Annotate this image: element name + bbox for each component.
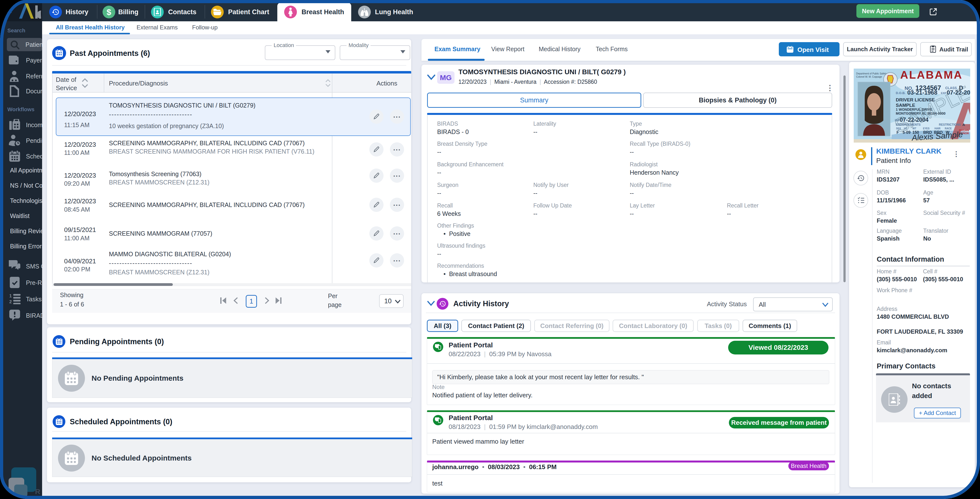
svg-text:03-21-1968: 03-21-1968 bbox=[907, 89, 937, 96]
svg-text:RESTRICTIONS: RESTRICTIONS bbox=[939, 123, 961, 126]
svg-text:EYES: EYES bbox=[923, 127, 929, 130]
svg-text:ALABAMA: ALABAMA bbox=[900, 69, 963, 81]
svg-text:HAIR: HAIR bbox=[934, 127, 940, 130]
svg-text:A: A bbox=[963, 123, 965, 127]
svg-text:Department of Public Safety: Department of Public Safety bbox=[856, 72, 887, 75]
svg-text:RACE: RACE bbox=[945, 127, 952, 130]
svg-text:1: 1 bbox=[9, 293, 12, 298]
svg-text:Colonel W. M. Coppage: Colonel W. M. Coppage bbox=[856, 75, 882, 78]
svg-text:2: 2 bbox=[9, 299, 12, 304]
svg-text:D.O.B.: D.O.B. bbox=[896, 91, 905, 95]
